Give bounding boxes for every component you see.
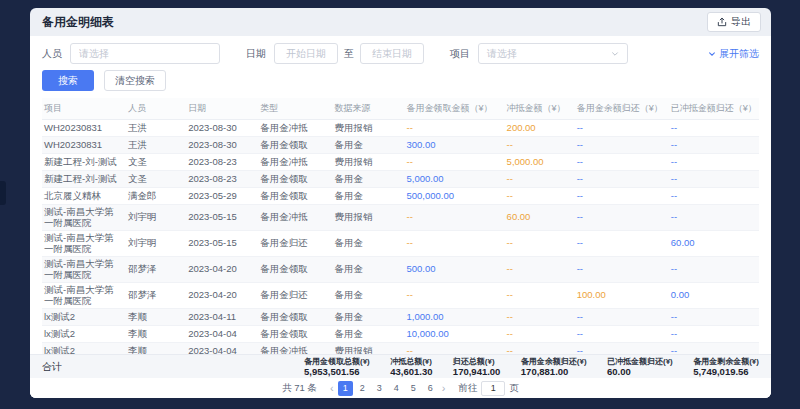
person-cell: 李顺 — [126, 326, 186, 343]
person-select-input[interactable] — [70, 43, 220, 64]
person-cell: 李顺 — [126, 343, 186, 355]
column-header: 冲抵金额（¥） — [505, 98, 575, 120]
offset_return-cell: -- — [669, 309, 759, 326]
page-button[interactable]: 3 — [372, 381, 387, 396]
offset_return-cell: -- — [669, 326, 759, 343]
date-cell: 2023-08-30 — [186, 120, 258, 137]
summary-stat-value: 5,953,501.56 — [304, 366, 370, 377]
person-cell: 文圣 — [126, 154, 186, 171]
project-cell: 测试-南昌大学第一附属医院 — [42, 205, 126, 231]
page-button[interactable]: 1 — [338, 381, 353, 396]
project-cell: lx测试2 — [42, 309, 126, 326]
balance_return-cell: -- — [575, 309, 669, 326]
goto-page-input[interactable] — [481, 381, 505, 396]
offset-cell: 200.00 — [505, 120, 575, 137]
table-row: 测试-南昌大学第一附属医院邵梦泽2023-04-20备用金领取备用金500.00… — [42, 257, 759, 283]
person-cell: 李顺 — [126, 309, 186, 326]
page-button[interactable]: 6 — [423, 381, 438, 396]
project-cell: 北京履义精林 — [42, 188, 126, 205]
balance_return-cell: -- — [575, 257, 669, 283]
clear-search-button[interactable]: 清空搜索 — [104, 70, 166, 91]
summary-stat-value: 5,749,019.56 — [693, 366, 759, 377]
offset-cell: -- — [505, 188, 575, 205]
summary-stat: 备用金剩余金额(¥)5,749,019.56 — [693, 357, 759, 377]
type-cell: 备用金冲抵 — [258, 205, 332, 231]
summary-label: 合计 — [42, 360, 304, 374]
person-cell: 刘宇明 — [126, 231, 186, 257]
person-cell: 刘宇明 — [126, 205, 186, 231]
offset-cell: -- — [505, 283, 575, 309]
column-header: 类型 — [258, 98, 332, 120]
source-cell: 备用金 — [332, 283, 404, 309]
project-cell: lx测试2 — [42, 343, 126, 355]
type-cell: 备用金冲抵 — [258, 343, 332, 355]
next-page-button[interactable]: › — [442, 381, 446, 396]
column-header: 项目 — [42, 98, 126, 120]
date-cell: 2023-08-23 — [186, 154, 258, 171]
source-cell: 备用金 — [332, 188, 404, 205]
project-cell: 测试-南昌大学第一附属医院 — [42, 257, 126, 283]
table-row: lx测试2李顺2023-04-04备用金领取备用金10,000.00------ — [42, 326, 759, 343]
type-cell: 备用金归还 — [258, 231, 332, 257]
date-cell: 2023-04-11 — [186, 309, 258, 326]
source-cell: 费用报销 — [332, 154, 404, 171]
search-button[interactable]: 搜索 — [42, 70, 94, 91]
offset-cell: -- — [505, 309, 575, 326]
person-cell: 满金郎 — [126, 188, 186, 205]
source-cell: 费用报销 — [332, 120, 404, 137]
date-cell: 2023-05-29 — [186, 188, 258, 205]
expand-filter-link[interactable]: 展开筛选 — [708, 47, 759, 61]
person-cell: 王洪 — [126, 137, 186, 154]
date-cell: 2023-05-15 — [186, 205, 258, 231]
export-icon — [717, 17, 727, 27]
end-date-input[interactable] — [360, 43, 424, 64]
column-header: 已冲抵金额归还（¥） — [669, 98, 759, 120]
pagination: 共 71 条 ‹ 123456 › 前往 页 — [30, 378, 771, 398]
amount-cell: -- — [404, 205, 504, 231]
offset_return-cell: -- — [669, 188, 759, 205]
page-title: 备用金明细表 — [42, 14, 114, 31]
amount-cell: -- — [404, 343, 504, 355]
summary-row: 合计 备用金领取总额(¥)5,953,501.56冲抵总额(¥)43,601.3… — [30, 354, 771, 378]
balance_return-cell: -- — [575, 171, 669, 188]
offset-cell: -- — [505, 343, 575, 355]
page-list: 123456 — [337, 381, 439, 396]
balance_return-cell: 100.00 — [575, 283, 669, 309]
summary-stat-value: 60.00 — [607, 366, 673, 377]
column-header: 人员 — [126, 98, 186, 120]
sidebar-collapse-handle[interactable] — [0, 181, 6, 205]
person-filter-label: 人员 — [42, 47, 62, 61]
summary-stat-label: 备用金领取总额(¥) — [304, 357, 370, 366]
chevron-down-icon — [708, 50, 716, 58]
type-cell: 备用金归还 — [258, 283, 332, 309]
offset-cell: 60.00 — [505, 205, 575, 231]
date-range-separator: 至 — [344, 47, 354, 61]
start-date-input[interactable] — [274, 43, 338, 64]
page-button[interactable]: 2 — [355, 381, 370, 396]
prev-page-button[interactable]: ‹ — [330, 381, 334, 396]
offset_return-cell: -- — [669, 137, 759, 154]
export-label: 导出 — [731, 15, 751, 29]
content-panel: 人员 日期 至 项目 请选择 展开筛选 搜索 — [30, 36, 771, 398]
export-button[interactable]: 导出 — [707, 12, 761, 32]
offset_return-cell: -- — [669, 343, 759, 355]
page-button[interactable]: 4 — [389, 381, 404, 396]
amount-cell: 300.00 — [404, 137, 504, 154]
date-cell: 2023-08-23 — [186, 171, 258, 188]
project-select[interactable]: 请选择 — [478, 43, 628, 64]
source-cell: 备用金 — [332, 137, 404, 154]
summary-stat-label: 备用金剩余金额(¥) — [693, 357, 759, 366]
title-bar: 备用金明细表 导出 — [30, 8, 771, 36]
balance_return-cell: -- — [575, 154, 669, 171]
source-cell: 备用金 — [332, 326, 404, 343]
summary-stat-value: 170,941.00 — [453, 366, 501, 377]
offset_return-cell: 60.00 — [669, 231, 759, 257]
project-cell: 测试-南昌大学第一附属医院 — [42, 231, 126, 257]
column-header: 备用金余额归还（¥） — [575, 98, 669, 120]
summary-stat: 备用金领取总额(¥)5,953,501.56 — [304, 357, 370, 377]
page-button[interactable]: 5 — [406, 381, 421, 396]
summary-stat-label: 归还总额(¥) — [453, 357, 501, 366]
table-row: lx测试2李顺2023-04-04备用金冲抵费用报销-------- — [42, 343, 759, 355]
project-filter: 项目 请选择 — [450, 43, 628, 64]
source-cell: 费用报销 — [332, 205, 404, 231]
